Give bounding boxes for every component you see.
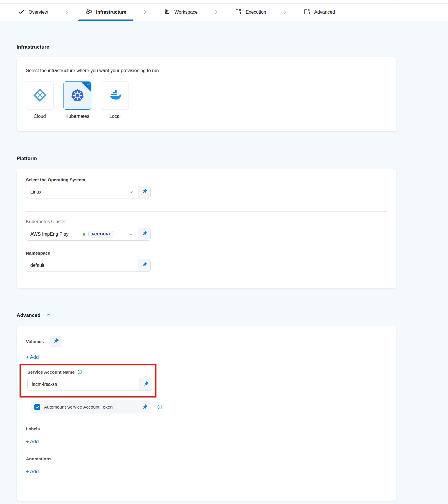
chevron-right-icon: [213, 9, 219, 15]
cluster-select-value: AWS ImpEng Play: [30, 232, 68, 237]
connector-status-dot: [83, 233, 85, 236]
add-volume-link[interactable]: + Add: [26, 354, 39, 360]
info-icon[interactable]: [157, 404, 163, 410]
tab-advanced[interactable]: Advanced: [297, 3, 342, 21]
service-account-input-group: [27, 378, 152, 391]
platform-divider: [26, 211, 387, 212]
workspace-icon: [164, 8, 171, 16]
chevron-down-icon[interactable]: [128, 189, 134, 195]
advanced-section-heading: Advanced: [17, 313, 40, 318]
advanced-card: Volumes + Add Service Account Name: [17, 326, 396, 501]
tab-label: Execution: [246, 10, 266, 15]
namespace-input-group: [26, 259, 151, 272]
os-pin-button[interactable]: [138, 186, 150, 198]
wizard-tabbar: Overview Infrastructure Workspace: [0, 3, 448, 21]
pin-icon: [142, 189, 147, 196]
option-label-kubernetes: Kubernetes: [66, 114, 89, 119]
platform-section-heading: Platform: [17, 156, 396, 162]
namespace-input[interactable]: [30, 263, 134, 268]
pin-icon: [53, 338, 59, 345]
infrastructure-icon: [85, 8, 92, 16]
canvas-dots-strip: [0, 0, 448, 3]
advanced-icon: [304, 8, 311, 16]
annotations-label: Annotations: [26, 456, 387, 461]
info-icon[interactable]: [77, 369, 82, 375]
namespace-pin-button[interactable]: [138, 259, 150, 271]
service-account-input[interactable]: [32, 382, 135, 387]
infrastructure-option-cloud[interactable]: Cloud: [26, 81, 54, 119]
cluster-pin-button[interactable]: [138, 228, 150, 240]
os-select[interactable]: Linux: [26, 186, 151, 198]
add-annotation-link[interactable]: + Add: [26, 469, 39, 475]
tab-label: Infrastructure: [96, 10, 126, 15]
os-select-value: Linux: [30, 189, 41, 195]
automount-row: Automount Service Account Token: [31, 400, 151, 414]
service-account-name-label: Service Account Name: [27, 370, 75, 375]
chevron-up-icon: [46, 312, 51, 319]
volumes-label: Volumes: [26, 339, 44, 344]
namespace-field-label: Namespace: [26, 251, 387, 255]
tab-label: Advanced: [314, 10, 335, 15]
infrastructure-section-heading: Infrastructure: [17, 44, 396, 50]
add-label-link[interactable]: + Add: [26, 439, 39, 445]
cloud-icon: [33, 88, 47, 103]
cluster-select[interactable]: AWS ImpEng Play ACCOUNT: [26, 228, 151, 241]
collapse-advanced-button[interactable]: [46, 312, 51, 319]
cluster-field-label: Kubernetes Cluster: [26, 219, 387, 224]
platform-card: Select the Operating System Linux Kubern…: [17, 168, 396, 288]
chevron-right-icon: [64, 9, 70, 15]
infrastructure-options: Cloud: [26, 81, 387, 119]
tab-execution[interactable]: Execution: [228, 3, 273, 21]
scope-badge: ACCOUNT: [88, 231, 114, 238]
os-field-label: Select the Operating System: [26, 177, 387, 182]
volumes-pin-button[interactable]: [50, 336, 62, 347]
highlight-rectangle: Service Account Name: [20, 364, 156, 397]
infrastructure-option-local[interactable]: Local: [101, 81, 129, 119]
infrastructure-card: Select the infrastructure where you want…: [17, 57, 396, 131]
automount-checkbox[interactable]: [34, 404, 40, 410]
pin-icon: [142, 262, 147, 269]
service-account-pin-button[interactable]: [140, 378, 152, 391]
option-label-local: Local: [109, 114, 120, 119]
infrastructure-option-kubernetes[interactable]: Kubernetes: [64, 81, 91, 119]
chevron-right-icon: [142, 9, 148, 15]
option-label-cloud: Cloud: [34, 114, 46, 119]
tab-overview[interactable]: Overview: [11, 3, 55, 21]
check-icon: [18, 8, 25, 16]
execution-icon: [235, 8, 242, 16]
selected-check-icon: [81, 81, 91, 92]
chevron-down-icon[interactable]: [128, 232, 134, 237]
advanced-bottom-divider: [33, 483, 387, 483]
tab-workspace[interactable]: Workspace: [157, 3, 205, 21]
tab-infrastructure[interactable]: Infrastructure: [78, 3, 133, 21]
labels-label: Labels: [26, 426, 387, 431]
automount-pin-button[interactable]: [142, 404, 148, 410]
tab-label: Overview: [29, 10, 48, 15]
docker-icon: [108, 88, 122, 103]
automount-label: Automount Service Account Token: [44, 404, 113, 410]
pin-icon: [143, 381, 149, 388]
pin-icon: [142, 231, 147, 238]
infrastructure-description: Select the infrastructure where you want…: [26, 68, 387, 73]
chevron-right-icon: [282, 9, 288, 15]
tab-label: Workspace: [174, 10, 198, 15]
